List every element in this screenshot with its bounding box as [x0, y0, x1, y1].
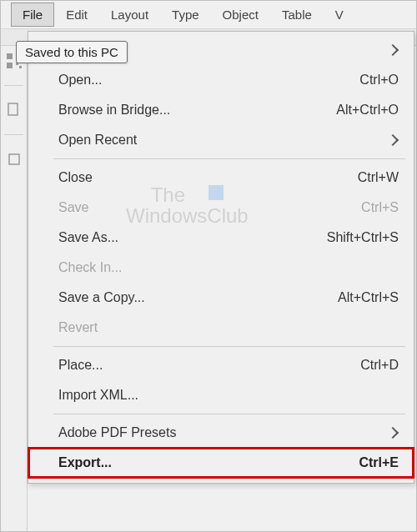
svg-rect-4: [19, 66, 22, 68]
menu-item-label: Save a Copy...: [58, 290, 324, 305]
menubar-item-layout[interactable]: Layout: [99, 3, 160, 27]
menubar: FileEditLayoutTypeObjectTableV: [1, 1, 416, 29]
file-menu-dropdown: NewOpen...Ctrl+OBrowse in Bridge...Alt+C…: [28, 31, 414, 484]
menu-item-label: Save As...: [58, 230, 314, 245]
menu-item-shortcut: Alt+Ctrl+O: [323, 103, 399, 118]
chevron-right-icon: [387, 134, 399, 146]
svg-rect-0: [7, 53, 13, 59]
menu-item-label: Save: [58, 200, 348, 215]
menu-item-browse-in-bridge[interactable]: Browse in Bridge...Alt+Ctrl+O: [28, 95, 414, 125]
menubar-item-table[interactable]: Table: [270, 3, 324, 27]
chevron-right-icon: [387, 44, 399, 56]
app-window: FileEditLayoutTypeObjectTableV NewOpen..…: [0, 0, 417, 532]
menu-item-import-xml[interactable]: Import XML...: [28, 380, 414, 410]
menu-item-shortcut: Ctrl+W: [344, 170, 399, 185]
page-icon: [7, 103, 22, 118]
menu-item-export[interactable]: Export...Ctrl+E: [28, 448, 414, 478]
menu-item-label: Browse in Bridge...: [58, 103, 323, 118]
menu-item-label: Adobe PDF Presets: [58, 425, 389, 440]
svg-rect-5: [8, 103, 18, 115]
tool-column: [1, 47, 28, 531]
menubar-item-edit[interactable]: Edit: [54, 3, 99, 27]
menu-item-shortcut: Shift+Ctrl+S: [314, 230, 399, 245]
menu-item-label: Place...: [58, 358, 347, 373]
menu-item-shortcut: Ctrl+D: [347, 358, 399, 373]
menu-item-open[interactable]: Open...Ctrl+O: [28, 65, 414, 95]
menu-item-label: Check In...: [58, 260, 399, 275]
menu-item-revert: Revert: [28, 313, 414, 343]
tool-icon: [7, 152, 22, 167]
menu-item-label: Export...: [58, 455, 345, 470]
menubar-item-v[interactable]: V: [324, 3, 355, 27]
menu-item-save-as[interactable]: Save As...Shift+Ctrl+S: [28, 223, 414, 253]
menu-item-open-recent[interactable]: Open Recent: [28, 125, 414, 155]
menu-item-save-a-copy[interactable]: Save a Copy...Alt+Ctrl+S: [28, 283, 414, 313]
menu-item-label: Open...: [58, 73, 346, 88]
menu-item-label: Close: [58, 170, 344, 185]
menubar-item-object[interactable]: Object: [211, 3, 270, 27]
menu-item-save: SaveCtrl+S: [28, 193, 414, 223]
menu-item-shortcut: Ctrl+S: [348, 200, 399, 215]
menu-item-adobe-pdf-presets[interactable]: Adobe PDF Presets: [28, 418, 414, 448]
tooltip-saved: Saved to this PC: [16, 41, 128, 63]
menu-separator: [53, 158, 405, 159]
menu-item-shortcut: Alt+Ctrl+S: [324, 290, 399, 305]
menubar-item-file[interactable]: File: [11, 3, 54, 27]
menubar-item-type[interactable]: Type: [160, 3, 211, 27]
menu-item-label: Import XML...: [58, 388, 399, 403]
menu-item-shortcut: Ctrl+E: [345, 455, 399, 470]
menu-separator: [53, 414, 405, 414]
menu-item-place[interactable]: Place...Ctrl+D: [28, 350, 414, 380]
menu-item-close[interactable]: CloseCtrl+W: [28, 163, 414, 193]
menu-separator: [53, 346, 405, 347]
chevron-right-icon: [387, 427, 399, 439]
menu-item-shortcut: Ctrl+O: [346, 73, 399, 88]
menu-item-label: Open Recent: [58, 133, 389, 148]
menu-item-label: Revert: [58, 320, 399, 335]
svg-rect-6: [9, 154, 19, 164]
menu-item-check-in: Check In...: [28, 253, 414, 283]
svg-rect-2: [7, 63, 13, 68]
